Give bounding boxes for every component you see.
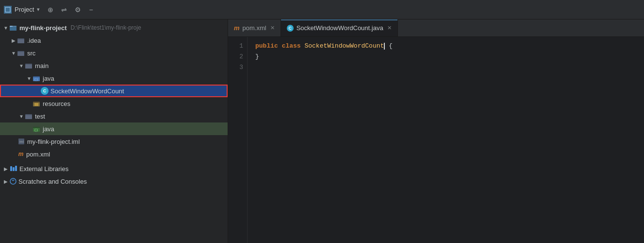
project-label: Project [15,6,34,13]
main-area: my-flink-project D:\Flink\test1\my-flink… [0,19,644,243]
tab-socketwindow[interactable]: C SocketWindowWordCount.java ✕ [281,19,398,36]
tree-item-scratches[interactable]: Scratches and Consoles [0,175,228,188]
tree-item-resources[interactable]: resources [0,97,228,110]
tree-item-pom[interactable]: m pom.xml [0,148,228,160]
socketwindow-tab-label: SocketWindowWordCount.java [297,24,383,32]
svg-rect-26 [10,166,12,171]
svg-rect-28 [15,166,17,171]
svg-rect-20 [25,115,32,119]
pom-tab-label: pom.xml [243,24,266,32]
svg-rect-8 [17,52,24,56]
project-icon [4,6,12,14]
tree-item-idea[interactable]: .idea [0,34,228,47]
java-main-folder-icon: {} [33,75,41,82]
tree-item-java-test[interactable]: {} java [0,122,228,135]
svg-rect-4 [10,27,17,31]
line-numbers: 1 2 3 [228,37,248,243]
iml-icon: iml [17,138,25,145]
root-arrow [2,24,10,32]
settings-icon[interactable]: ⚙ [75,6,81,14]
tree-item-test[interactable]: test [0,110,228,122]
svg-text:{}: {} [34,78,38,82]
socketwindow-tab-close[interactable]: ✕ [387,25,392,31]
main-folder-icon [25,62,33,69]
iml-label: my-flink-project.iml [27,138,80,145]
project-dropdown-icon[interactable]: ▾ [37,6,40,13]
line-num-1: 1 [228,41,243,52]
scratches-label: Scratches and Consoles [18,178,87,185]
tree-item-main[interactable]: main [0,59,228,72]
test-label: test [35,113,45,120]
tree-item-ext-libs[interactable]: External Libraries [0,162,228,175]
ext-libs-icon [10,165,17,172]
scratches-icon [10,178,17,185]
pom-icon: m [17,151,24,157]
tree-item-src[interactable]: src [0,47,228,59]
code-content[interactable]: public class SocketWindowWordCount { } [248,37,644,243]
tree-item-socketwindow[interactable]: C SocketWindowWordCount [0,85,228,97]
code-line-1: public class SocketWindowWordCount { [255,41,636,52]
minimize-icon[interactable]: − [89,6,93,14]
svg-rect-10 [25,65,32,69]
test-arrow [17,112,25,120]
ext-libs-label: External Libraries [19,165,68,173]
root-label: my-flink-project [19,24,67,32]
root-folder-icon [10,24,17,31]
title-bar: Project ▾ ⊕ ⇌ ⚙ − [0,0,644,19]
editor-area[interactable]: 1 2 3 public class SocketWindowWordCount… [228,37,644,243]
main-label: main [35,62,49,69]
sync-icon[interactable]: ⊕ [48,6,53,14]
idea-label: .idea [27,37,41,44]
java-main-label: java [43,75,54,82]
pom-tab-icon: m [234,24,240,32]
src-arrow [10,49,17,57]
resources-folder-icon [33,100,41,107]
line-num-2: 2 [228,52,243,62]
test-folder-icon [25,113,33,120]
project-title[interactable]: Project ▾ [4,6,40,14]
pom-tab-close[interactable]: ✕ [270,25,275,31]
java-class-icon: C [41,87,49,95]
tree-item-iml[interactable]: iml my-flink-project.iml [0,135,228,148]
scratches-arrow [2,177,10,185]
code-line-2: } [255,52,636,62]
tree-item-java-main[interactable]: {} java [0,72,228,85]
root-path: D:\Flink\test1\my-flink-proje [71,24,141,31]
idea-folder-icon [17,37,25,44]
resources-label: resources [43,100,70,107]
ext-libs-arrow [2,165,10,173]
java-test-folder-icon: {} [33,125,41,132]
src-label: src [27,50,35,57]
line-num-3: 3 [228,62,243,73]
toolbar-icons: ⊕ ⇌ ⚙ − [48,6,93,14]
pom-label: pom.xml [26,151,50,158]
code-line-3 [255,62,636,73]
svg-rect-27 [13,167,15,171]
svg-point-29 [10,178,16,184]
src-folder-icon [17,50,25,56]
project-tree: my-flink-project D:\Flink\test1\my-flink… [0,19,228,243]
tabs-bar: m pom.xml ✕ C SocketWindowWordCount.java… [228,19,644,37]
editor-panel: m pom.xml ✕ C SocketWindowWordCount.java… [228,19,644,243]
tree-root[interactable]: my-flink-project D:\Flink\test1\my-flink… [0,21,228,34]
svg-text:{}: {} [34,128,38,132]
socketwindow-tab-icon: C [287,25,294,32]
idea-arrow [10,36,17,44]
main-arrow [17,62,25,69]
svg-text:iml: iml [19,140,24,143]
tab-pom[interactable]: m pom.xml ✕ [228,19,281,36]
collapse-icon[interactable]: ⇌ [61,6,67,14]
socketwindow-label: SocketWindowWordCount [50,87,124,95]
svg-rect-6 [17,39,24,43]
java-main-arrow [25,74,33,82]
svg-rect-1 [6,8,9,11]
java-test-label: java [43,125,54,133]
